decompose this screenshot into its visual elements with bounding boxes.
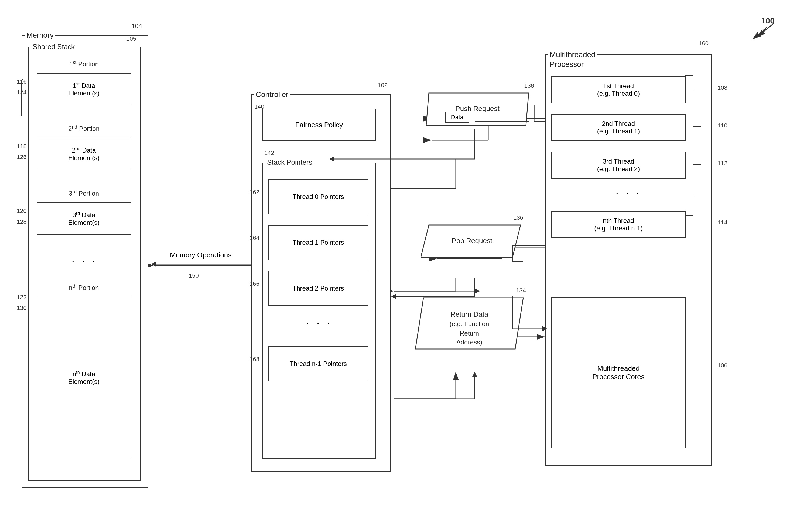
controller-box: Controller 102 Fairness Policy 140 Stack… [251, 94, 391, 472]
ref-164: 164 [250, 234, 259, 242]
svg-marker-58 [475, 288, 480, 294]
data-box: Data [445, 112, 469, 122]
portion-1-label: 1st Portion [34, 60, 134, 68]
fairness-ref: 140 [254, 103, 264, 110]
return-data-shape: Return Data (e.g. Function Return Addres… [413, 297, 526, 350]
fairness-policy-label: Fairness Policy [295, 121, 343, 129]
ref-128: 128 [17, 218, 27, 225]
ref-126: 126 [17, 154, 27, 160]
ref-124: 124 [17, 89, 27, 96]
thread-2-label: 2nd Thread(e.g. Thread 1) [597, 120, 640, 135]
data-element-1-label: 1st DataElement(s) [68, 82, 99, 97]
stack-pointers-box: Stack Pointers 142 Thread 0 Pointers 162… [262, 163, 376, 459]
figure-number: 100 [761, 16, 775, 25]
mp-ref: 160 [699, 40, 709, 47]
thread-2-pointers-label: Thread 2 Pointers [293, 285, 344, 292]
memory-label: Memory [25, 31, 55, 40]
svg-marker-29 [151, 261, 157, 267]
shared-stack-ref: 105 [126, 35, 136, 42]
ref-130: 130 [17, 305, 27, 311]
data-element-1: 1st DataElement(s) [37, 73, 131, 106]
pop-request-text: Pop Request [452, 236, 493, 245]
ref-120: 120 [17, 208, 27, 214]
ref-118: 118 [17, 143, 27, 150]
thread-0-pointers-label: Thread 0 Pointers [293, 193, 344, 201]
controller-label: Controller [254, 90, 290, 99]
thread-n-box: nth Thread(e.g. Thread n-1) [551, 211, 686, 238]
return-data-area: 134 Return Data (e.g. Function Return Ad… [413, 297, 526, 350]
return-data-text-4: Address) [456, 339, 482, 346]
ref-112: 112 [717, 160, 728, 167]
thread-1-pointers-box: Thread 1 Pointers [268, 225, 368, 260]
figure-arrow: ↙ [762, 24, 768, 33]
pop-request-shape: Pop Request [421, 224, 523, 259]
thread-3-label: 3rd Thread(e.g. Thread 2) [597, 158, 640, 173]
portion-3: 3rd Portion 3rd DataElement(s) [34, 188, 134, 247]
ref-150: 150 [189, 272, 199, 279]
shared-stack-box: Shared Stack 105 1st Portion 1st DataEle… [28, 46, 141, 480]
dots-1: · · · [29, 255, 140, 267]
portion-n: nth Portion nth DataElement(s) [34, 282, 134, 471]
ref-168: 168 [250, 356, 259, 363]
thread-1-label: 1st Thread(e.g. Thread 0) [597, 82, 640, 97]
ref-162: 162 [250, 189, 259, 196]
push-request-text: Push Request [455, 104, 499, 113]
push-request-shape: Push Request [421, 92, 534, 127]
thread-0-pointers-box: Thread 0 Pointers [268, 179, 368, 214]
thread-n-pointers-box: Thread n-1 Pointers [268, 346, 368, 381]
ref-136: 136 [513, 214, 523, 221]
multithreaded-processor-box: MultithreadedProcessor 160 1st Thread(e.… [545, 54, 712, 466]
return-data-text-2: (e.g. Function [450, 320, 489, 327]
stack-pointers-label: Stack Pointers [266, 158, 314, 167]
processor-cores-box: MultithreadedProcessor Cores [551, 297, 686, 448]
ref-138: 138 [524, 82, 534, 89]
return-data-text-3: Return [460, 329, 479, 337]
svg-marker-42 [391, 294, 397, 299]
svg-marker-49 [472, 372, 477, 377]
ref-106: 106 [717, 362, 728, 369]
portion-1: 1st Portion 1st DataElement(s) [34, 58, 134, 117]
memory-box: Memory 104 Shared Stack 105 1st Portion … [22, 35, 148, 488]
dots-2: · · · [263, 317, 375, 329]
shared-stack-label: Shared Stack [31, 43, 76, 51]
thread-2-pointers-box: Thread 2 Pointers [268, 271, 368, 306]
fairness-policy-box: Fairness Policy [262, 109, 376, 141]
processor-cores-label: MultithreadedProcessor Cores [592, 364, 645, 381]
memory-ref: 104 [131, 22, 142, 30]
controller-ref: 102 [378, 82, 388, 89]
data-element-3-label: 3rd DataElement(s) [68, 211, 99, 226]
portion-3-label: 3rd Portion [34, 189, 134, 197]
data-element-n-label: nth DataElement(s) [68, 370, 99, 385]
thread-1-pointers-label: Thread 1 Pointers [293, 239, 344, 246]
thread-n-pointers-label: Thread n-1 Pointers [290, 360, 347, 367]
data-element-3: 3rd DataElement(s) [37, 203, 131, 235]
thread-3-box: 3rd Thread(e.g. Thread 2) [551, 152, 686, 179]
portion-2: 2nd Portion 2nd DataElement(s) [34, 123, 134, 182]
dots-3: · · · [546, 187, 711, 199]
ref-108: 108 [717, 84, 728, 91]
data-element-2: 2nd DataElement(s) [37, 138, 131, 170]
ref-110: 110 [717, 122, 728, 129]
data-element-2-label: 2nd DataElement(s) [68, 146, 99, 162]
portion-n-label: nth Portion [34, 283, 134, 291]
ref-134: 134 [516, 287, 526, 294]
thread-1-box: 1st Thread(e.g. Thread 0) [551, 76, 686, 103]
data-element-n: nth DataElement(s) [37, 297, 131, 458]
mp-label: MultithreadedProcessor [548, 50, 597, 70]
memory-operations-label: Memory Operations [170, 251, 232, 260]
thread-2-box: 2nd Thread(e.g. Thread 1) [551, 114, 686, 141]
push-request-area: 138 Push Request ID Data [421, 92, 534, 127]
ref-122: 122 [17, 294, 27, 301]
stack-pointers-ref: 142 [264, 150, 274, 157]
portion-2-label: 2nd Portion [34, 124, 134, 133]
ref-114: 114 [717, 219, 728, 226]
return-data-text-1: Return Data [451, 310, 489, 318]
pop-request-area: 136 Pop Request [421, 224, 523, 259]
ref-166: 166 [250, 280, 259, 287]
ref-116: 116 [17, 78, 27, 85]
thread-n-label: nth Thread(e.g. Thread n-1) [594, 217, 643, 232]
